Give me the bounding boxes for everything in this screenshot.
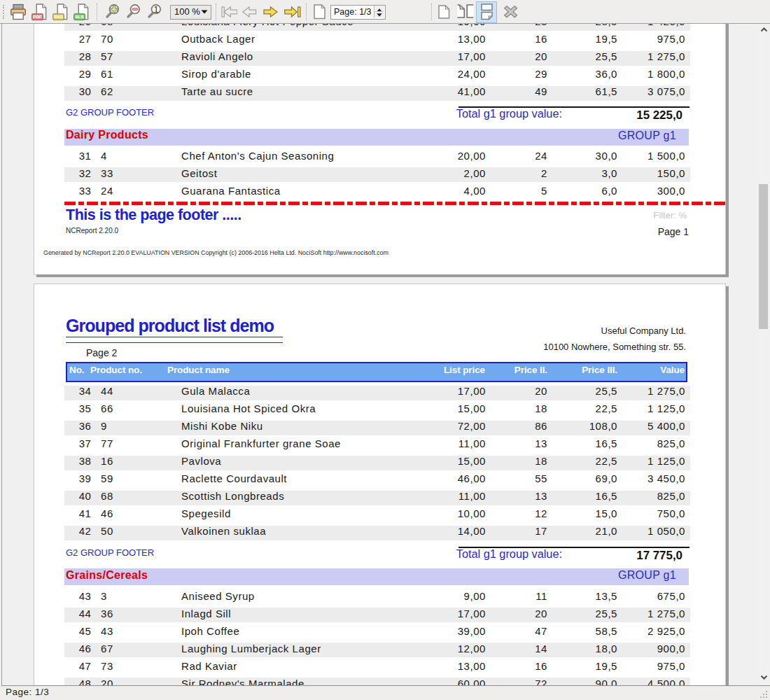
svg-text:SVG: SVG: [54, 14, 63, 19]
svg-text:PDF: PDF: [33, 14, 42, 19]
svg-text:XLS: XLS: [75, 14, 83, 19]
svg-text:1: 1: [153, 5, 158, 15]
